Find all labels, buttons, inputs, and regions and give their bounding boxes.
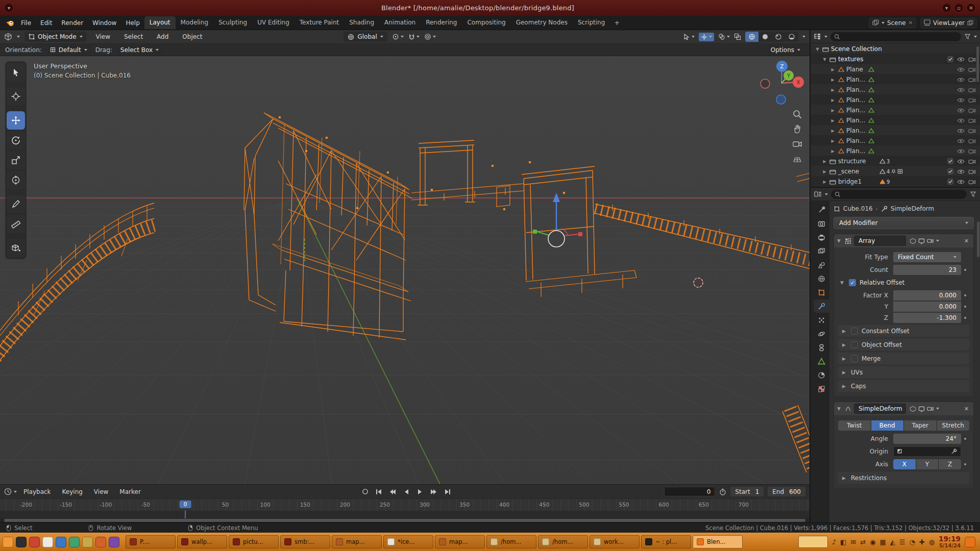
animate-dot-icon[interactable] [964, 438, 966, 440]
workspace-tab[interactable]: Texture Paint [295, 16, 344, 29]
collapse-arrow-icon[interactable]: ▼ [837, 406, 842, 411]
hide-eye-icon[interactable] [955, 179, 966, 185]
taskbar-window-button[interactable]: Blen... [693, 535, 743, 548]
add-modifier-button[interactable]: Add Modifier [834, 217, 974, 229]
shading-rendered-button[interactable] [785, 32, 798, 42]
transform-orientation-dropdown[interactable]: Global [344, 32, 387, 42]
playhead-badge[interactable]: 0 [180, 500, 191, 508]
workspace-tab[interactable]: Rendering [421, 16, 462, 29]
tab-scene[interactable] [814, 258, 829, 271]
axis-button[interactable]: Y [916, 459, 939, 469]
tab-particles[interactable] [814, 313, 829, 327]
shading-solid-button[interactable] [758, 32, 772, 42]
taskbar-window-button[interactable]: wallp... [177, 535, 227, 548]
launcher-icon[interactable] [82, 537, 93, 547]
cursor-tool[interactable] [7, 87, 25, 106]
timeline-menu[interactable]: View [89, 486, 113, 497]
unpin-icon[interactable]: ✕ [909, 20, 913, 26]
hide-eye-icon[interactable] [955, 77, 966, 83]
angle-field[interactable]: 24° [893, 434, 961, 444]
measure-tool[interactable] [7, 215, 25, 233]
scale-tool[interactable] [7, 151, 25, 169]
stopwatch-icon[interactable] [719, 488, 726, 495]
tray-icon[interactable]: ✉ [850, 539, 856, 545]
object-offset-checkbox[interactable] [851, 341, 858, 348]
taskbar-window-button[interactable]: P.... [126, 535, 176, 548]
taskbar-window-button[interactable]: /hom... [538, 535, 588, 548]
deform-mode-button[interactable]: Taper [904, 420, 937, 431]
caps-section[interactable]: ▶ Caps [838, 380, 969, 392]
delete-modifier-button[interactable]: ✕ [963, 406, 970, 412]
outliner-row-bridge1[interactable]: ▶ bridge1 9 [811, 177, 980, 187]
maximize-button[interactable]: ▫ [954, 3, 964, 13]
hide-eye-icon[interactable] [955, 97, 966, 103]
outliner-row-textures[interactable]: ▼ textures [811, 54, 980, 64]
filter-icon[interactable] [964, 33, 971, 40]
expand-arrow-icon[interactable]: ▶ [829, 149, 837, 154]
timeline-menu[interactable]: Marker [115, 486, 145, 497]
chevron-down-icon[interactable] [14, 491, 17, 493]
taskbar-window-button[interactable]: ~ : pl... [641, 535, 691, 548]
tray-icon[interactable]: ◧ [840, 539, 846, 545]
filter-icon[interactable] [970, 191, 976, 197]
exclude-checkbox[interactable] [945, 168, 955, 174]
play-reverse-button[interactable] [401, 488, 411, 496]
options-dropdown[interactable]: Options [767, 45, 804, 55]
tab-output[interactable] [814, 231, 829, 244]
expand-arrow-icon[interactable]: ▶ [829, 78, 837, 82]
eyedropper-icon[interactable] [951, 448, 958, 455]
launcher-icon[interactable] [16, 537, 27, 547]
extras-dropdown-icon[interactable] [936, 408, 939, 410]
viewport-menu[interactable]: View [91, 31, 115, 42]
factor-z-field[interactable]: -1.300 [893, 313, 961, 323]
outliner-row-plane[interactable]: ▶ Plane.005 [811, 115, 980, 126]
outliner-editor-icon[interactable] [814, 33, 821, 40]
exclude-checkbox[interactable] [945, 158, 955, 164]
array-modifier-header[interactable]: ▼ Array ✕ [834, 234, 973, 247]
outliner-row-plane[interactable]: ▶ Plane.007 [811, 136, 980, 146]
animate-dot-icon[interactable] [964, 294, 966, 296]
launcher-icon[interactable] [29, 537, 40, 547]
copy-icon[interactable] [967, 20, 973, 26]
tray-icon[interactable]: ◍ [929, 539, 935, 545]
render-camera-icon[interactable] [966, 118, 977, 123]
merge-section[interactable]: ▶ Merge [838, 353, 969, 364]
factor-y-field[interactable]: 0.000 [893, 302, 961, 312]
tab-view-layer[interactable] [814, 244, 829, 258]
viewport-3d[interactable]: User Perspective (0) Scene Collection | … [0, 56, 810, 484]
taskbar-window-button[interactable]: pictu... [229, 535, 279, 548]
constant-offset-checkbox[interactable] [851, 328, 858, 335]
render-camera-icon[interactable] [966, 128, 977, 134]
hide-eye-icon[interactable] [955, 57, 966, 62]
timeline-menu[interactable]: Playback [19, 486, 56, 497]
menubar-menu[interactable]: Edit [36, 17, 57, 29]
constant-offset-section[interactable]: ▶ Constant Offset [838, 325, 969, 337]
snap-toggle[interactable] [408, 34, 420, 40]
hide-eye-icon[interactable] [955, 67, 966, 72]
show-overlays-toggle[interactable] [718, 33, 730, 40]
rotate-tool[interactable] [7, 131, 25, 149]
exclude-checkbox[interactable] [945, 56, 955, 62]
start-frame-field[interactable]: Start1 [730, 487, 764, 496]
add-cube-tool[interactable] [7, 239, 25, 257]
delete-modifier-button[interactable]: ✕ [963, 238, 970, 244]
relative-offset-checkbox[interactable]: ✓ [849, 279, 856, 286]
render-camera-icon[interactable] [966, 57, 977, 62]
deform-mode-button[interactable]: Twist [838, 420, 871, 431]
taskbar-window-button[interactable]: *ice... [383, 535, 433, 548]
close-button[interactable]: ✕ [966, 3, 976, 13]
simpledeform-modifier-header[interactable]: ▼ SimpleDeform ✕ [834, 402, 973, 415]
properties-search-input[interactable] [831, 190, 967, 199]
collapse-arrow-icon[interactable]: ▼ [840, 280, 845, 285]
transform-tool[interactable] [7, 171, 25, 189]
breadcrumb-modifier[interactable]: SimpleDeform [891, 205, 935, 212]
launcher-icon[interactable] [95, 537, 106, 547]
scene-selector[interactable]: Scene ✕ [869, 18, 916, 28]
blender-logo-icon[interactable] [5, 18, 14, 28]
select-box-tool[interactable] [7, 63, 25, 82]
taskbar-window-button[interactable]: map... [332, 535, 382, 548]
tab-tool[interactable] [814, 203, 829, 216]
uvs-section[interactable]: ▶ UVs [838, 366, 969, 378]
add-workspace-button[interactable]: + [610, 17, 624, 29]
axis-button[interactable]: X [893, 459, 916, 469]
